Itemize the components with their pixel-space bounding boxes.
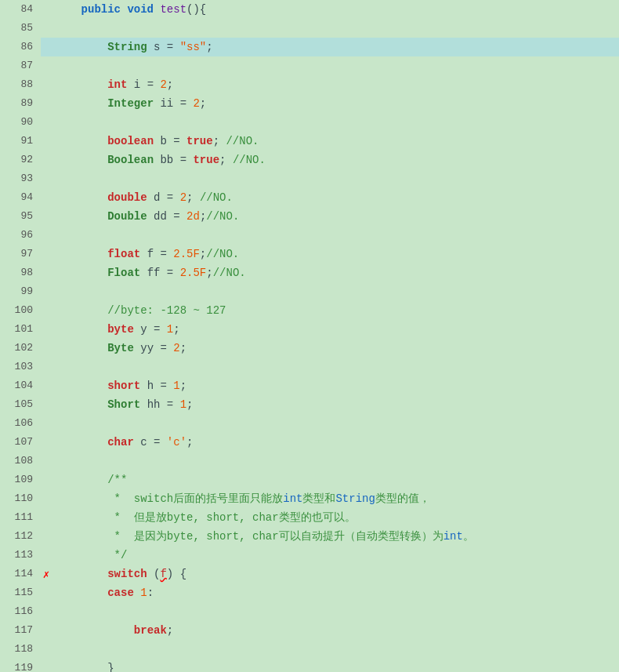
line-content-115: case 1:: [52, 583, 619, 602]
line-content-85: [52, 19, 619, 38]
code-line-97: 97 float f = 2.5F;//NO.: [0, 245, 619, 263]
line-number-113: 113: [0, 546, 41, 565]
line-content-91: boolean b = true; //NO.: [52, 132, 619, 151]
line-content-87: [52, 56, 619, 75]
line-number-85: 85: [0, 19, 41, 38]
line-number-119: 119: [0, 659, 41, 672]
code-line-85: 85: [0, 19, 619, 38]
line-content-104: short h = 1;: [52, 376, 619, 395]
line-number-100: 100: [0, 301, 41, 320]
line-content-109: /**: [52, 470, 619, 489]
line-number-116: 116: [0, 602, 41, 621]
code-line-115: 115 case 1:: [0, 583, 619, 602]
line-number-111: 111: [0, 508, 41, 527]
code-line-108: 108: [0, 452, 619, 470]
code-line-111: 111 * 但是放byte, short, char类型的也可以。: [0, 508, 619, 527]
code-line-103: 103: [0, 358, 619, 376]
line-number-103: 103: [0, 358, 41, 376]
code-line-89: 89 Integer ii = 2;: [0, 94, 619, 113]
line-number-94: 94: [0, 188, 41, 207]
code-line-84: 84 public void test(){: [0, 0, 619, 19]
line-content-88: int i = 2;: [52, 75, 619, 94]
line-content-117: break;: [52, 621, 619, 640]
line-number-118: 118: [0, 640, 41, 659]
line-content-108: [52, 452, 619, 470]
code-line-107: 107 char c = 'c';: [0, 433, 619, 452]
line-content-116: [52, 602, 619, 621]
line-number-108: 108: [0, 452, 41, 470]
line-content-92: Boolean bb = true; //NO.: [52, 151, 619, 169]
line-content-93: [52, 169, 619, 188]
code-line-100: 100 //byte: -128 ~ 127: [0, 301, 619, 320]
code-line-109: 109 /**: [0, 470, 619, 489]
line-content-96: [52, 226, 619, 245]
line-content-90: [52, 113, 619, 132]
line-content-86: String s = "ss";: [52, 38, 619, 56]
line-number-86: 86: [0, 38, 41, 56]
line-number-84: 84: [0, 0, 41, 19]
line-number-104: 104: [0, 376, 41, 395]
line-content-111: * 但是放byte, short, char类型的也可以。: [52, 508, 619, 527]
line-number-90: 90: [0, 113, 41, 132]
line-number-107: 107: [0, 433, 41, 452]
line-number-106: 106: [0, 414, 41, 433]
code-line-116: 116: [0, 602, 619, 621]
line-number-95: 95: [0, 207, 41, 226]
code-line-105: 105 Short hh = 1;: [0, 395, 619, 414]
code-line-98: 98 Float ff = 2.5F;//NO.: [0, 263, 619, 282]
line-number-105: 105: [0, 395, 41, 414]
code-line-94: 94 double d = 2; //NO.: [0, 188, 619, 207]
line-content-95: Double dd = 2d;//NO.: [52, 207, 619, 226]
code-editor: 84 public void test(){ 85 86 String s = …: [0, 0, 619, 672]
line-number-115: 115: [0, 583, 41, 602]
line-content-94: double d = 2; //NO.: [52, 188, 619, 207]
code-line-86: 86 String s = "ss";: [0, 38, 619, 56]
line-number-110: 110: [0, 489, 41, 508]
line-content-100: //byte: -128 ~ 127: [52, 301, 619, 320]
line-content-119: }: [52, 659, 619, 672]
line-number-112: 112: [0, 527, 41, 546]
code-line-112: 112 * 是因为byte, short, char可以自动提升（自动类型转换）…: [0, 527, 619, 546]
line-content-105: Short hh = 1;: [52, 395, 619, 414]
code-line-91: 91 boolean b = true; //NO.: [0, 132, 619, 151]
code-line-114: 114 ✗ switch (f) {: [0, 565, 619, 583]
line-content-102: Byte yy = 2;: [52, 339, 619, 358]
line-content-101: byte y = 1;: [52, 320, 619, 339]
line-content-89: Integer ii = 2;: [52, 94, 619, 113]
code-line-119: 119 }: [0, 659, 619, 672]
code-line-118: 118: [0, 640, 619, 659]
code-line-96: 96: [0, 226, 619, 245]
line-number-89: 89: [0, 94, 41, 113]
line-content-84: public void test(){: [52, 0, 619, 19]
line-content-113: */: [52, 546, 619, 565]
code-line-101: 101 byte y = 1;: [0, 320, 619, 339]
line-content-99: [52, 282, 619, 301]
line-content-98: Float ff = 2.5F;//NO.: [52, 263, 619, 282]
code-line-87: 87: [0, 56, 619, 75]
code-line-95: 95 Double dd = 2d;//NO.: [0, 207, 619, 226]
code-line-106: 106: [0, 414, 619, 433]
code-line-110: 110 * switch后面的括号里面只能放int类型和String类型的值，: [0, 489, 619, 508]
line-number-114: 114: [0, 565, 41, 583]
line-content-107: char c = 'c';: [52, 433, 619, 452]
code-line-104: 104 short h = 1;: [0, 376, 619, 395]
error-marker-84: [41, 0, 52, 19]
code-line-117: 117 break;: [0, 621, 619, 640]
line-content-110: * switch后面的括号里面只能放int类型和String类型的值，: [52, 489, 619, 508]
line-number-96: 96: [0, 226, 41, 245]
code-line-99: 99: [0, 282, 619, 301]
line-content-106: [52, 414, 619, 433]
line-number-87: 87: [0, 56, 41, 75]
line-number-109: 109: [0, 470, 41, 489]
line-number-92: 92: [0, 151, 41, 169]
line-content-103: [52, 358, 619, 376]
line-number-99: 99: [0, 282, 41, 301]
line-content-118: [52, 640, 619, 659]
line-number-93: 93: [0, 169, 41, 188]
line-number-97: 97: [0, 245, 41, 263]
line-number-98: 98: [0, 263, 41, 282]
line-content-114: switch (f) {: [52, 565, 619, 583]
line-number-101: 101: [0, 320, 41, 339]
line-number-117: 117: [0, 621, 41, 640]
line-number-102: 102: [0, 339, 41, 358]
